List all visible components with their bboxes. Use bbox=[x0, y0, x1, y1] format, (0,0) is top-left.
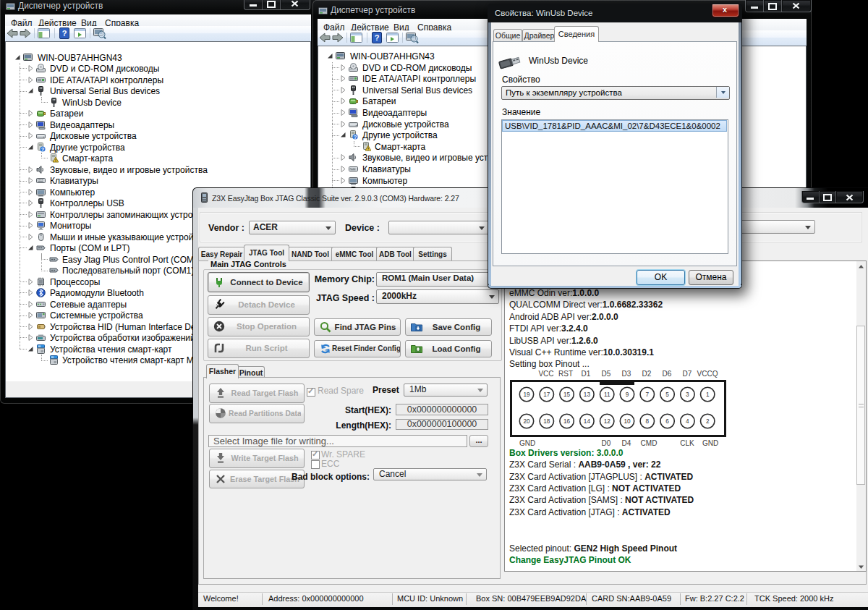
svg-text:10: 10 bbox=[624, 418, 631, 425]
svg-text:20: 20 bbox=[523, 418, 530, 425]
svg-text:16: 16 bbox=[563, 418, 571, 425]
svg-text:18: 18 bbox=[543, 418, 550, 425]
svg-text:7: 7 bbox=[646, 391, 650, 398]
svg-text:2: 2 bbox=[706, 418, 710, 425]
svg-text:9: 9 bbox=[626, 391, 629, 398]
svg-text:17: 17 bbox=[543, 391, 550, 398]
svg-text:12: 12 bbox=[604, 418, 611, 425]
svg-text:19: 19 bbox=[523, 391, 530, 398]
svg-text:11: 11 bbox=[604, 391, 610, 398]
svg-text:3: 3 bbox=[686, 391, 689, 398]
svg-text:5: 5 bbox=[665, 391, 669, 398]
svg-text:8: 8 bbox=[646, 418, 650, 425]
svg-text:13: 13 bbox=[584, 391, 591, 398]
svg-text:6: 6 bbox=[665, 418, 669, 425]
svg-text:1: 1 bbox=[706, 391, 710, 398]
svg-text:14: 14 bbox=[584, 418, 591, 425]
svg-text:15: 15 bbox=[563, 391, 571, 398]
svg-text:4: 4 bbox=[686, 418, 689, 425]
